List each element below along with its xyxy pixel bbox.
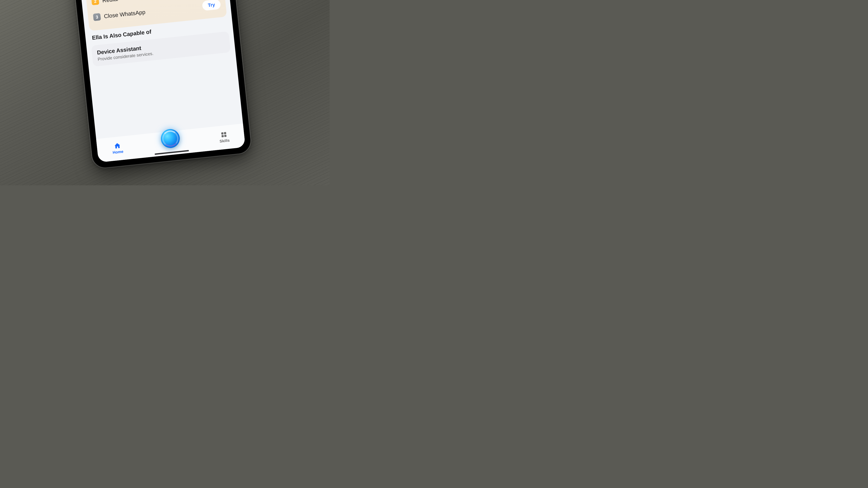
phone-frame: Hot 1 Video call mom on What… Try 2 Redi… — [72, 0, 251, 169]
svg-rect-2 — [222, 135, 224, 137]
home-icon — [113, 142, 121, 150]
svg-rect-1 — [224, 132, 226, 134]
skills-grid-icon — [220, 130, 228, 138]
phone-screen: Hot 1 Video call mom on What… Try 2 Redi… — [78, 0, 246, 162]
svg-rect-0 — [221, 132, 224, 134]
rank-badge-2-icon: 2 — [91, 0, 99, 5]
svg-rect-3 — [224, 134, 226, 137]
nav-home-label: Home — [113, 149, 124, 155]
nav-home[interactable]: Home — [112, 141, 124, 155]
nav-skills-label: Skills — [219, 138, 230, 144]
try-button[interactable]: Try — [202, 0, 221, 11]
voice-orb-icon — [160, 128, 181, 149]
rank-badge-3-icon: 3 — [93, 13, 101, 21]
nav-skills[interactable]: Skills — [218, 130, 230, 144]
